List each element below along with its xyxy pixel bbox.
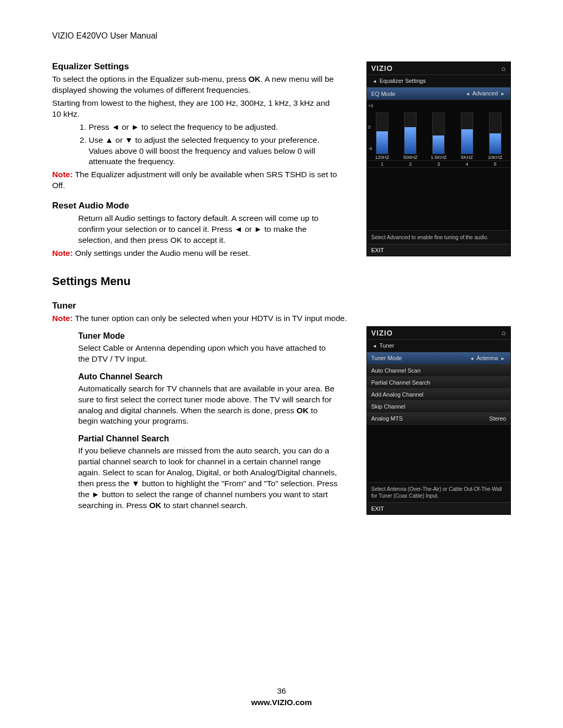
eq-freq-labels: 120HZ500HZ1.5KHZ5KHZ10KHZ — [367, 154, 510, 161]
doc-header: VIZIO E420VO User Manual — [52, 31, 511, 41]
eq-step-2: Use ▲ or ▼ to adjust the selected freque… — [89, 135, 339, 168]
osd-menu-item[interactable]: Skip Channel — [367, 401, 510, 413]
osd-menu-label: Tuner Mode — [371, 354, 402, 362]
partial-channel-para: If you believe channels are missed from … — [78, 446, 339, 511]
tuner-note: Note: The tuner option can only be selec… — [52, 313, 511, 324]
back-arrow-icon: ◄ — [372, 343, 377, 349]
osd-brand: VIZIO — [371, 329, 393, 337]
eq-mode-row[interactable]: EQ Mode ◄ Advanced ► — [367, 88, 510, 100]
back-arrow-icon: ◄ — [372, 79, 377, 84]
eq-sliders[interactable]: +6 0 -6 — [367, 100, 510, 154]
auto-channel-para: Automatically search for TV channels tha… — [78, 384, 339, 427]
osd-equalizer: VIZIO ⌂ ◄ Equalizer Settings EQ Mode ◄ A… — [366, 61, 511, 256]
osd-menu-label: Partial Channel Search — [371, 378, 430, 387]
reset-note: Note: Only settings under the Audio menu… — [52, 248, 339, 259]
eq-side-hi: +6 — [368, 103, 373, 108]
eq-para-2: Starting from lowest to the highest, the… — [52, 98, 339, 120]
osd-menu-label: Auto Channel Scan — [371, 366, 421, 375]
osd-title: Equalizer Settings — [380, 78, 426, 84]
eq-note: Note: The Equalizer adjustment will only… — [52, 169, 339, 191]
heading-reset-audio: Reset Audio Mode — [52, 201, 339, 211]
tuner-mode-para: Select Cable or Antenna depending upon w… — [78, 343, 339, 365]
page-number: 36 — [0, 686, 563, 696]
osd-menu-item[interactable]: Auto Channel Scan — [367, 365, 510, 377]
osd-tuner: VIZIO ⌂ ◄ Tuner Tuner Mode◄ Antenna ►Aut… — [366, 326, 511, 515]
eq-mode-label: EQ Mode — [371, 90, 395, 98]
osd-menu-item[interactable]: Analog MTSStereo — [367, 413, 510, 425]
osd-exit[interactable]: EXIT — [367, 244, 510, 256]
osd-menu-label: Skip Channel — [371, 402, 405, 411]
eq-steps: Press ◄ or ► to select the frequency to … — [89, 122, 339, 168]
osd-help-text: Select Advanced to enable fine tuning of… — [367, 231, 510, 244]
left-arrow-icon: ◄ — [466, 91, 470, 96]
osd-menu-item[interactable]: Add Analog Channel — [367, 389, 510, 401]
osd-menu-item[interactable]: Tuner Mode◄ Antenna ► — [367, 352, 510, 365]
footer-url: www.VIZIO.com — [0, 698, 563, 707]
eq-side-lo: -6 — [368, 146, 373, 151]
osd-brand: VIZIO — [371, 64, 393, 72]
eq-mode-value: Advanced — [472, 90, 498, 96]
page-footer: 36 www.VIZIO.com — [0, 686, 563, 707]
reset-para: Return all Audio settings to factory def… — [78, 213, 339, 246]
heading-settings-menu: Settings Menu — [52, 275, 339, 288]
osd-help-text: Select Antenna (Over-The-Air) or Cable O… — [367, 483, 510, 502]
osd-menu-value: Stereo — [489, 414, 506, 423]
eq-num-labels: 12345 — [367, 161, 510, 168]
home-icon: ⌂ — [501, 329, 506, 337]
heading-tuner: Tuner — [52, 301, 511, 311]
osd-menu-label: Analog MTS — [371, 414, 403, 423]
right-arrow-icon: ► — [500, 91, 505, 96]
eq-side-mid: 0 — [368, 125, 373, 130]
osd-exit[interactable]: EXIT — [367, 502, 510, 514]
osd-menu-item[interactable]: Partial Channel Search — [367, 377, 510, 389]
osd-menu-label: Add Analog Channel — [371, 390, 423, 399]
osd-menu-value: ◄ Antenna ► — [469, 354, 506, 363]
home-icon: ⌂ — [501, 65, 506, 72]
eq-step-1: Press ◄ or ► to select the frequency to … — [89, 122, 339, 133]
osd-title: Tuner — [380, 342, 394, 349]
